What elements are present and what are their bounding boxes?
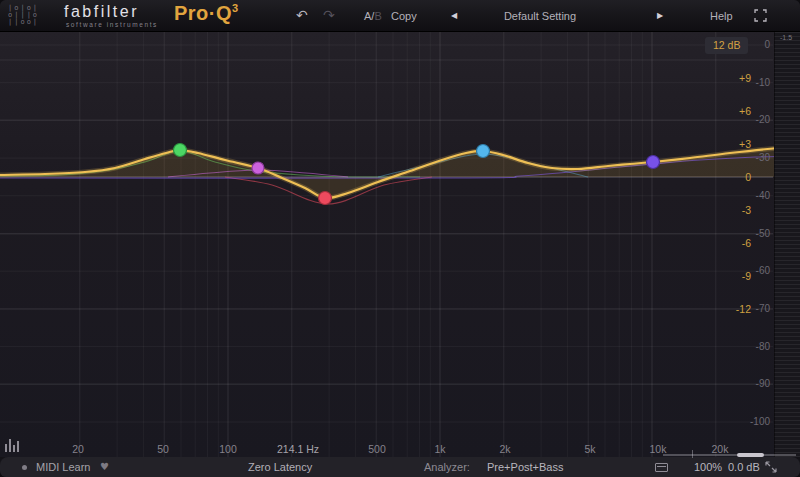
output-gain-slider-track[interactable] <box>663 454 796 456</box>
title-bar: |o|o| o|||o ||oo| fabfilter software ins… <box>0 0 800 32</box>
product-q: Q <box>216 2 232 24</box>
output-gain-value[interactable]: 0.0 dB <box>728 457 760 477</box>
analyzer-tick-label: -70 <box>730 302 770 316</box>
display-range-button[interactable]: 12 dB <box>705 37 748 54</box>
eq-node-blue[interactable] <box>477 145 490 158</box>
analyzer-tick-label: -90 <box>730 377 770 391</box>
presets-favorite-icon[interactable]: ♥ <box>100 457 109 477</box>
brand-name: fabfilter <box>64 3 139 21</box>
brand-tagline: software instruments <box>66 21 158 28</box>
analyzer-tick-label: -60 <box>730 264 770 278</box>
meter-scale-label: -1.5 <box>780 34 792 41</box>
copy-button[interactable]: Copy <box>391 10 417 22</box>
product-dot: · <box>209 2 216 24</box>
eq-curves-canvas <box>0 32 800 457</box>
zero-latency-button[interactable]: Zero Latency <box>248 457 312 477</box>
ab-toggle[interactable]: A/B <box>364 10 382 22</box>
preset-next-icon[interactable]: ▶ <box>657 11 663 20</box>
fabfilter-logo-icon: |o|o| o|||o ||oo| <box>8 5 39 26</box>
midi-learn-button[interactable]: MIDI Learn <box>36 457 90 477</box>
help-button[interactable]: Help <box>710 10 733 22</box>
analyzer-bars-icon[interactable] <box>4 437 22 452</box>
display-scale-value[interactable]: 100% <box>694 457 722 477</box>
freq-tick-label: 2k <box>499 443 510 456</box>
midi-status-dot <box>22 465 27 470</box>
freq-cursor-readout: 214.1 Hz <box>277 443 319 456</box>
freq-tick-label: 1k <box>434 443 445 456</box>
freq-tick-label: 20 <box>72 443 84 456</box>
eq-node-red[interactable] <box>319 192 332 205</box>
fullscreen-icon[interactable] <box>754 9 767 22</box>
undo-icon[interactable]: ↶ <box>296 7 308 23</box>
gain-tick-label: 0 <box>711 170 751 184</box>
eq-node-purple[interactable] <box>252 162 264 174</box>
analyzer-label: Analyzer: <box>424 457 470 477</box>
analyzer-tick-label: -100 <box>730 415 770 429</box>
analyzer-tick-label: -10 <box>730 76 770 90</box>
analyzer-tick-label: -20 <box>730 113 770 127</box>
analyzer-tick-label: -80 <box>730 340 770 354</box>
product-logo: Pro·Q3 <box>174 2 239 25</box>
logo-row: ||oo| <box>8 19 39 26</box>
product-version: 3 <box>232 2 239 14</box>
eq-node-violet[interactable] <box>647 156 660 169</box>
analyzer-tick-label: -30 <box>730 151 770 165</box>
gain-tick-label: +3 <box>711 137 751 151</box>
redo-icon[interactable]: ↷ <box>323 7 335 23</box>
preset-selector[interactable]: Default Setting <box>440 10 640 22</box>
freq-tick-label: 50 <box>157 443 169 456</box>
freq-tick-label: 500 <box>368 443 386 456</box>
fabfilter-pro-q3-window: |o|o| o|||o ||oo| fabfilter software ins… <box>0 0 800 477</box>
output-gain-slider-center-tick <box>692 450 693 458</box>
display-size-icon[interactable] <box>655 463 668 472</box>
status-bar: MIDI Learn ♥ Zero Latency Analyzer: Pre+… <box>0 457 800 477</box>
ab-active-label: A/ <box>364 10 374 22</box>
freq-tick-label: 5k <box>584 443 595 456</box>
output-level-meter: -1.5 <box>774 32 800 457</box>
ab-inactive-label: B <box>374 10 381 22</box>
gain-tick-label: -3 <box>711 203 751 217</box>
eq-display[interactable]: 12 dB -1.5 +9+6+30-3-6-9-120-10-20-30-40… <box>0 32 800 457</box>
resize-corner-icon[interactable] <box>764 460 778 474</box>
analyzer-tick-label: -50 <box>730 227 770 241</box>
analyzer-tick-label: -40 <box>730 189 770 203</box>
freq-tick-label: 100 <box>219 443 237 456</box>
analyzer-mode-selector[interactable]: Pre+Post+Bass <box>487 457 563 477</box>
product-name: Pro <box>174 2 209 24</box>
eq-node-green[interactable] <box>174 144 187 157</box>
output-gain-slider-handle[interactable] <box>737 453 764 457</box>
